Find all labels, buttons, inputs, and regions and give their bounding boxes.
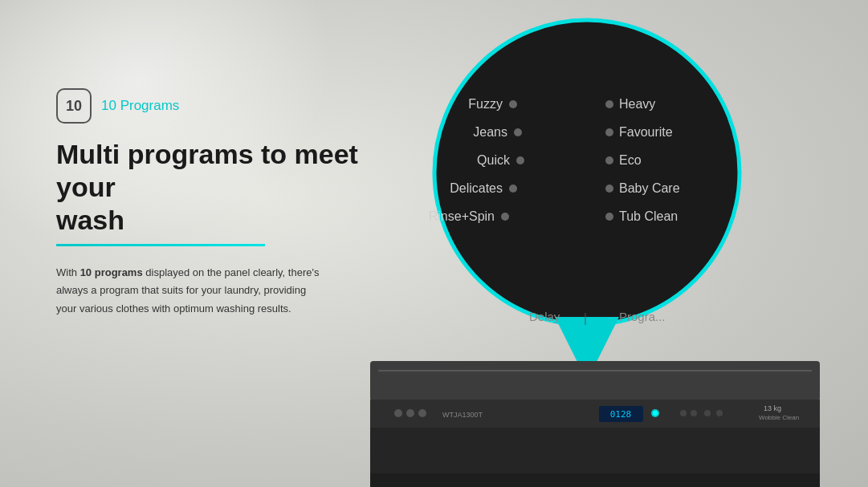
right-panel: WTJA1300T 0128 13 kg Wobble Clean Delay …	[306, 0, 868, 487]
badge-label: 10 Programs	[101, 98, 179, 114]
svg-point-7	[406, 409, 414, 417]
svg-text:Heavy: Heavy	[619, 97, 655, 111]
svg-text:Quick: Quick	[477, 153, 511, 167]
svg-point-43	[605, 213, 613, 221]
svg-text:Rinse+Spin: Rinse+Spin	[429, 209, 495, 223]
svg-point-35	[605, 156, 613, 164]
svg-text:Fuzzy: Fuzzy	[468, 97, 503, 111]
description-text: With 10 programs displayed on the panel …	[56, 264, 329, 317]
svg-point-6	[394, 409, 402, 417]
svg-text:0128: 0128	[610, 409, 632, 420]
svg-point-15	[691, 410, 697, 416]
svg-text:13 kg: 13 kg	[764, 404, 781, 412]
svg-text:Baby Care: Baby Care	[619, 181, 680, 195]
svg-rect-21	[370, 473, 820, 487]
svg-text:Progra...: Progra...	[619, 310, 666, 323]
svg-point-25	[509, 100, 517, 108]
illustration-svg: WTJA1300T 0128 13 kg Wobble Clean Delay …	[306, 0, 868, 487]
svg-text:Jeans: Jeans	[473, 125, 507, 139]
svg-point-29	[514, 128, 522, 136]
svg-point-39	[605, 185, 613, 193]
svg-point-31	[605, 128, 613, 136]
svg-text:Tub Clean: Tub Clean	[619, 209, 678, 223]
svg-point-13	[653, 411, 658, 416]
svg-text:Delay: Delay	[529, 310, 560, 323]
svg-point-0	[434, 20, 740, 325]
svg-point-41	[501, 213, 509, 221]
programs-badge-icon: 10	[56, 88, 92, 124]
svg-text:Eco: Eco	[619, 153, 642, 167]
svg-point-8	[418, 409, 426, 417]
svg-point-14	[680, 410, 687, 416]
heading-underline	[56, 244, 265, 246]
svg-point-17	[716, 410, 723, 416]
svg-text:Wobble Clean: Wobble Clean	[759, 414, 799, 421]
svg-text:WTJA1300T: WTJA1300T	[442, 411, 483, 419]
svg-point-16	[704, 410, 711, 416]
svg-rect-2	[370, 361, 820, 401]
svg-point-27	[605, 100, 613, 108]
svg-point-37	[509, 185, 517, 193]
svg-point-33	[516, 156, 524, 164]
svg-rect-5	[370, 400, 820, 428]
svg-text:Delicates: Delicates	[450, 181, 503, 195]
svg-text:Favourite: Favourite	[619, 125, 673, 139]
